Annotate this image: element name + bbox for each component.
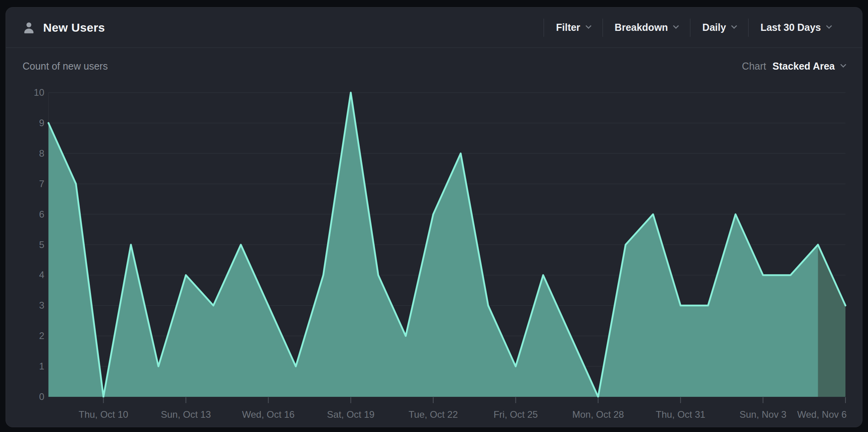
filter-dropdown-label: Filter <box>556 22 580 33</box>
chevron-down-icon <box>840 61 847 68</box>
header-controls: Filter Breakdown Daily Last 30 Days <box>544 16 862 40</box>
granularity-dropdown-label: Daily <box>702 22 726 33</box>
widget-title: New Users <box>43 21 105 34</box>
new-users-widget: New Users Filter Breakdown Daily Last 30… <box>6 7 862 427</box>
chevron-down-icon <box>826 23 832 29</box>
chart-toolbar: Count of new users Chart Stacked Area <box>6 48 862 84</box>
granularity-dropdown[interactable]: Daily <box>690 16 748 40</box>
chevron-down-icon <box>731 23 737 29</box>
metric-label: Count of new users <box>23 61 108 72</box>
filter-dropdown[interactable]: Filter <box>544 16 602 40</box>
chart-type-select-value: Stacked Area <box>773 61 835 72</box>
date-range-dropdown[interactable]: Last 30 Days <box>749 16 843 40</box>
chart-type-select-caption: Chart <box>742 61 766 72</box>
page-background: { "header": { "title": "New Users", "con… <box>0 0 868 432</box>
widget-header: New Users Filter Breakdown Daily Last 30… <box>6 8 862 48</box>
chart-type-select[interactable]: Chart Stacked Area <box>742 61 845 72</box>
widget-title-group: New Users <box>6 21 105 35</box>
user-icon <box>22 21 36 35</box>
date-range-dropdown-label: Last 30 Days <box>760 22 821 33</box>
breakdown-dropdown[interactable]: Breakdown <box>603 16 690 40</box>
chevron-down-icon <box>673 23 679 29</box>
chevron-down-icon <box>585 23 591 29</box>
breakdown-dropdown-label: Breakdown <box>615 22 668 33</box>
